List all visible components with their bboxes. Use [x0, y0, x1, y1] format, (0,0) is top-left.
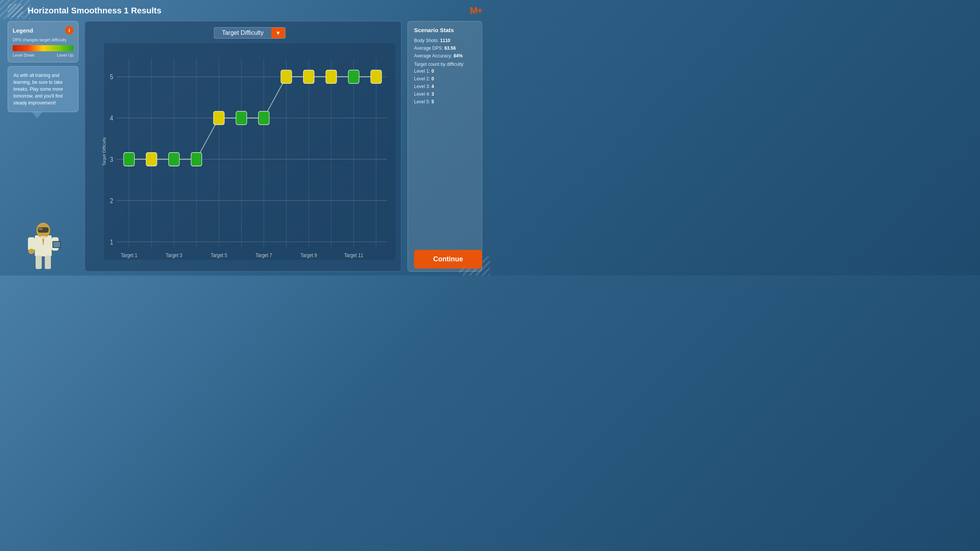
chevron-down-icon: ▼ — [276, 30, 281, 36]
stat-level-3: Level 3: 4 — [414, 84, 476, 89]
svg-rect-7 — [53, 242, 60, 247]
legend-title: Legend — [13, 27, 33, 34]
svg-rect-45 — [191, 153, 202, 166]
chart-dropdown-label: Target Difficulty — [214, 28, 271, 38]
stat-avg-accuracy: Average Accuracy: 84% — [414, 53, 476, 59]
tip-text: As with all training and learning, be su… — [13, 72, 73, 106]
svg-text:Target 3: Target 3 — [166, 252, 182, 259]
chart-dropdown[interactable]: Target Difficulty ▼ — [214, 27, 285, 39]
svg-rect-51 — [326, 70, 336, 83]
svg-rect-50 — [303, 70, 314, 83]
chart-svg: 1 2 3 4 5 Target 1 Target 3 Target 5 Tar… — [104, 43, 395, 260]
legend-label-down: Level Down — [13, 53, 34, 57]
svg-text:Target 5: Target 5 — [210, 252, 227, 259]
svg-text:3: 3 — [110, 155, 113, 163]
legend-box: Legend i DPS changes target difficulty L… — [8, 21, 78, 62]
difficulty-gradient-bar — [13, 45, 73, 51]
svg-text:Target 1: Target 1 — [121, 252, 137, 259]
legend-header: Legend i — [13, 26, 73, 34]
bg-stripes-topleft — [0, 0, 31, 19]
y-axis-label: Target Difficulty — [102, 137, 106, 166]
stat-level-4: Level 4: 3 — [414, 91, 476, 97]
svg-rect-46 — [214, 111, 224, 125]
svg-rect-42 — [124, 153, 134, 166]
stat-avg-dps: Average DPS: 63.56 — [414, 46, 476, 51]
svg-text:5: 5 — [110, 73, 113, 81]
svg-text:2: 2 — [110, 196, 113, 205]
chart-panel: Target Difficulty ▼ Target Difficulty — [85, 21, 401, 272]
stat-level-2: Level 2: 0 — [414, 76, 476, 82]
main-content: Legend i DPS changes target difficulty L… — [0, 21, 490, 276]
continue-button[interactable]: Continue — [414, 250, 482, 269]
svg-text:4: 4 — [110, 114, 113, 122]
svg-rect-9 — [45, 256, 51, 269]
chart-dropdown-row: Target Difficulty ▼ — [104, 27, 395, 39]
stats-title: Scenario Stats — [414, 27, 476, 33]
info-icon[interactable]: i — [65, 26, 73, 34]
chart-area: Target Difficulty — [104, 43, 395, 260]
left-panel: Legend i DPS changes target difficulty L… — [8, 21, 78, 272]
tip-box: As with all training and learning, be su… — [8, 66, 78, 112]
svg-rect-47 — [236, 111, 247, 125]
character-figure — [24, 210, 62, 272]
chart-dropdown-button[interactable]: ▼ — [271, 28, 285, 38]
continue-button-row: Continue — [414, 250, 482, 269]
stats-panel: Scenario Stats Body Shots: 1110 Average … — [408, 21, 482, 272]
svg-point-10 — [28, 249, 34, 254]
svg-rect-44 — [169, 153, 179, 166]
legend-labels: Level Down Level Up — [13, 53, 73, 57]
logo: M+ — [470, 5, 482, 16]
svg-text:1: 1 — [110, 238, 113, 246]
svg-rect-3 — [39, 228, 42, 230]
svg-rect-53 — [371, 70, 382, 83]
stat-body-shots: Body Shots: 1110 — [414, 38, 476, 43]
header-left: Horizontal Smoothness 1 Results — [8, 4, 161, 17]
svg-rect-43 — [146, 153, 157, 166]
stat-level-5: Level 5: 5 — [414, 99, 476, 104]
svg-text:Target 7: Target 7 — [256, 252, 272, 259]
legend-label-up: Level Up — [57, 53, 73, 57]
svg-rect-48 — [258, 111, 269, 125]
stat-level-1: Level 1: 0 — [414, 68, 476, 74]
svg-text:Target 9: Target 9 — [300, 252, 317, 259]
header: Horizontal Smoothness 1 Results M+ — [0, 0, 490, 21]
svg-rect-49 — [281, 70, 292, 83]
svg-rect-8 — [36, 256, 42, 269]
svg-rect-4 — [28, 237, 35, 251]
stats-target-count-label: Target count by difficulty: — [414, 62, 476, 67]
character-area — [8, 120, 78, 272]
svg-rect-52 — [348, 70, 359, 83]
page-title: Horizontal Smoothness 1 Results — [28, 6, 161, 16]
svg-text:Target 11: Target 11 — [344, 252, 363, 259]
legend-description: DPS changes target difficulty — [13, 37, 73, 42]
